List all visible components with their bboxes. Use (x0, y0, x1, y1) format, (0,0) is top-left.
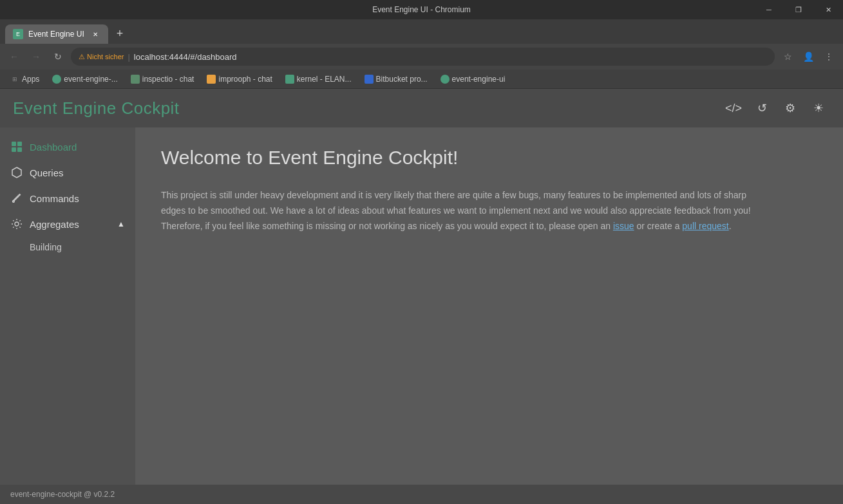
bookmark-inspectio[interactable]: inspectio - chat (126, 73, 200, 85)
app-header: Event Engine Cockpit </> ↺ ⚙ ☀ (0, 89, 843, 127)
bookmark-kernel[interactable]: kernel - ELAN... (280, 73, 357, 85)
app-container: Event Engine Cockpit </> ↺ ⚙ ☀ (0, 89, 843, 504)
bookmark-bitbucket-label: Bitbucket pro... (376, 75, 428, 84)
title-bar-controls: ─ ❐ ✕ (754, 0, 843, 19)
bookmark-apps-label: Apps (22, 75, 39, 84)
title-bar: Event Engine UI - Chromium ─ ❐ ✕ (0, 0, 843, 19)
active-tab[interactable]: E Event Engine UI ✕ (5, 24, 108, 44)
url-separator: | (128, 52, 129, 62)
warning-icon: ⚠ (79, 53, 85, 61)
sidebar-building-label: Building (30, 242, 62, 252)
address-bar: ← → ↻ ⚠ Nicht sicher | localhost:4444/#/… (0, 44, 843, 70)
new-tab-button[interactable]: + (111, 24, 129, 42)
sidebar-item-dashboard[interactable]: Dashboard (0, 134, 135, 160)
commands-icon (10, 192, 23, 205)
pull-request-link[interactable]: pull request (682, 221, 728, 231)
bookmark-bitbucket[interactable]: Bitbucket pro... (359, 73, 433, 85)
bookmark-improoph-label: improoph - chat (218, 75, 272, 84)
refresh-icon: ↺ (757, 101, 767, 115)
sidebar-item-commands[interactable]: Commands (0, 185, 135, 211)
sidebar-sub-item-building[interactable]: Building (0, 237, 135, 257)
welcome-text-2: or create a (634, 221, 683, 231)
tab-label: Event Engine UI (28, 30, 84, 39)
inspectio-bookmark-icon (131, 75, 140, 84)
address-bar-icons: ☆ 👤 ⋮ (779, 48, 838, 66)
theme-button[interactable]: ☀ (807, 97, 830, 120)
header-icons: </> ↺ ⚙ ☀ (722, 97, 830, 120)
sidebar-aggregates-label: Aggregates (30, 219, 79, 230)
close-button[interactable]: ✕ (813, 0, 843, 19)
sidebar-dashboard-label: Dashboard (30, 142, 77, 153)
bookmark-inspectio-label: inspectio - chat (142, 75, 194, 84)
window-title: Event Engine UI - Chromium (372, 5, 471, 14)
footer: event-engine-cockpit @ v0.2.2 (0, 485, 843, 504)
welcome-title: Welcome to Event Engine Cockpit! (161, 147, 817, 169)
reload-button[interactable]: ↻ (49, 48, 67, 66)
menu-button[interactable]: ⋮ (820, 48, 838, 66)
restore-button[interactable]: ❐ (784, 0, 813, 19)
url-bar[interactable]: ⚠ Nicht sicher | localhost:4444/#/dashbo… (71, 48, 775, 66)
bitbucket-bookmark-icon (365, 75, 374, 84)
security-warning: ⚠ Nicht sicher (79, 53, 124, 61)
app-body: Dashboard Queries (0, 127, 843, 485)
welcome-body: This project is still under heavy develo… (161, 188, 766, 234)
account-button[interactable]: 👤 (799, 48, 817, 66)
browser-chrome: Event Engine UI - Chromium ─ ❐ ✕ E Event… (0, 0, 843, 89)
code-icon: </> (725, 102, 742, 115)
bookmark-event-engine-ui-label: event-engine-ui (452, 75, 506, 84)
app-title: Event Engine Cockpit (13, 98, 180, 118)
refresh-button[interactable]: ↺ (750, 97, 773, 120)
forward-button[interactable]: → (27, 48, 45, 66)
bookmark-kernel-label: kernel - ELAN... (297, 75, 352, 84)
welcome-text-3: . (729, 221, 732, 231)
event-engine-ui-bookmark-icon (440, 75, 450, 84)
theme-icon: ☀ (813, 101, 824, 115)
sidebar-item-queries[interactable]: Queries (0, 160, 135, 185)
improoph-bookmark-icon (207, 75, 216, 84)
main-content: Welcome to Event Engine Cockpit! This pr… (135, 127, 843, 485)
security-label: Nicht sicher (87, 53, 124, 61)
event-engine-bookmark-icon (52, 75, 61, 84)
bookmark-event-engine[interactable]: event-engine-... (47, 73, 122, 85)
back-button[interactable]: ← (5, 48, 23, 66)
svg-marker-0 (12, 167, 21, 178)
settings-button[interactable]: ⚙ (779, 97, 802, 120)
bookmark-event-engine-ui[interactable]: event-engine-ui (435, 73, 511, 85)
bookmark-improoph[interactable]: improoph - chat (202, 73, 277, 85)
sidebar: Dashboard Queries (0, 127, 135, 485)
sidebar-queries-label: Queries (30, 167, 64, 178)
bookmark-star-button[interactable]: ☆ (779, 48, 797, 66)
tab-favicon: E (13, 29, 23, 39)
apps-bookmark-icon: ⊞ (10, 75, 19, 84)
tab-bar: E Event Engine UI ✕ + (0, 19, 843, 44)
bookmark-apps[interactable]: ⊞ Apps (5, 73, 44, 85)
version-label: event-engine-cockpit @ v0.2.2 (10, 490, 115, 499)
bookmark-event-engine-label: event-engine-... (64, 75, 117, 84)
sidebar-commands-label: Commands (30, 193, 79, 204)
aggregates-icon (10, 218, 23, 230)
kernel-bookmark-icon (285, 75, 294, 84)
sidebar-item-aggregates[interactable]: Aggregates ▲ (0, 211, 135, 237)
code-button[interactable]: </> (722, 97, 745, 120)
url-text: localhost:4444/#/dashboard (134, 52, 237, 62)
minimize-button[interactable]: ─ (754, 0, 784, 19)
issue-link[interactable]: issue (613, 221, 634, 231)
svg-point-2 (15, 222, 19, 226)
aggregates-chevron-icon: ▲ (117, 219, 125, 229)
gear-icon: ⚙ (785, 101, 795, 115)
bookmarks-bar: ⊞ Apps event-engine-... inspectio - chat… (0, 70, 843, 89)
dashboard-icon (10, 140, 23, 153)
tab-close-button[interactable]: ✕ (90, 29, 100, 39)
queries-icon (10, 166, 23, 179)
